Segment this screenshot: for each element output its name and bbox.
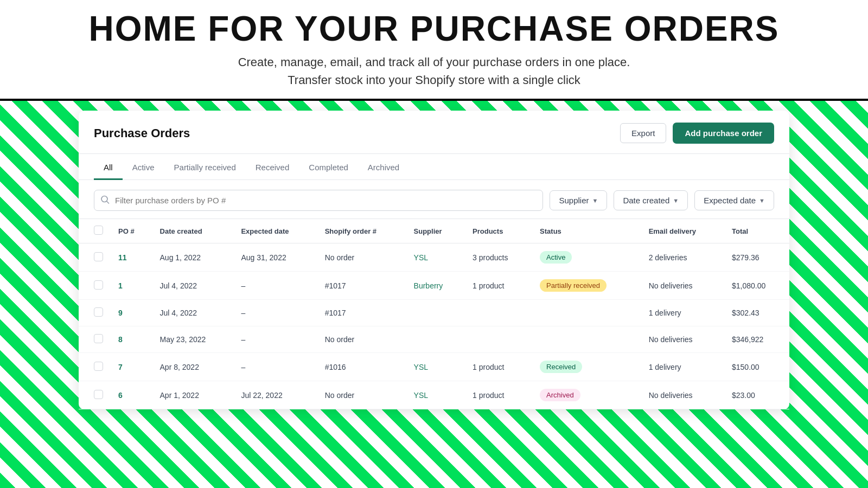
table-row: 9 Jul 4, 2022 – #1017 1 delivery $302.43 xyxy=(79,300,789,326)
row-checkbox[interactable] xyxy=(94,334,103,343)
col-po: PO # xyxy=(111,219,152,243)
col-expected-date: Expected date xyxy=(233,219,317,243)
col-total: Total xyxy=(724,219,789,243)
products-cell: 1 product xyxy=(465,353,532,381)
total-cell: $1,080.00 xyxy=(724,272,789,300)
col-products: Products xyxy=(465,219,532,243)
col-shopify-order: Shopify order # xyxy=(317,219,406,243)
col-status: Status xyxy=(532,219,641,243)
table-row: 8 May 23, 2022 – No order No deliveries … xyxy=(79,326,789,353)
total-cell: $23.00 xyxy=(724,381,789,409)
search-input[interactable] xyxy=(94,190,543,211)
date-created-cell: Jul 4, 2022 xyxy=(152,300,234,326)
email-delivery-cell: No deliveries xyxy=(641,272,724,300)
supplier-link[interactable]: YSL xyxy=(414,391,428,400)
tab-completed[interactable]: Completed xyxy=(299,155,358,180)
date-created-cell: Jul 4, 2022 xyxy=(152,272,234,300)
col-email-delivery: Email delivery xyxy=(641,219,724,243)
supplier-cell xyxy=(406,300,465,326)
add-purchase-order-button[interactable]: Add purchase order xyxy=(673,123,774,144)
po-link[interactable]: 9 xyxy=(118,309,123,317)
products-cell: 3 products xyxy=(465,243,532,272)
table-row: 11 Aug 1, 2022 Aug 31, 2022 No order YSL… xyxy=(79,243,789,272)
po-link[interactable]: 8 xyxy=(118,335,123,344)
shopify-order-cell: No order xyxy=(317,243,406,272)
products-cell xyxy=(465,300,532,326)
expected-date-cell: – xyxy=(233,300,317,326)
hero-title: HOME FOR YOUR PURCHASE ORDERS xyxy=(11,10,857,48)
row-checkbox[interactable] xyxy=(94,307,103,317)
hero-section: HOME FOR YOUR PURCHASE ORDERS Create, ma… xyxy=(0,0,868,101)
email-delivery-cell: No deliveries xyxy=(641,381,724,409)
po-link[interactable]: 1 xyxy=(118,281,123,290)
status-cell xyxy=(532,300,641,326)
shopify-order-cell: No order xyxy=(317,381,406,409)
export-button[interactable]: Export xyxy=(620,123,666,143)
card-header: Purchase Orders Export Add purchase orde… xyxy=(79,111,789,154)
email-delivery-cell: 1 delivery xyxy=(641,353,724,381)
search-icon xyxy=(100,195,110,206)
tab-received[interactable]: Received xyxy=(246,155,299,180)
tab-active[interactable]: Active xyxy=(123,155,164,180)
chevron-down-icon: ▼ xyxy=(592,197,598,204)
header-actions: Export Add purchase order xyxy=(620,123,774,144)
hero-subtitle: Create, manage, email, and track all of … xyxy=(11,53,857,89)
supplier-link[interactable]: YSL xyxy=(414,363,428,371)
status-badge: Partially received xyxy=(540,279,607,292)
card-title: Purchase Orders xyxy=(94,126,190,140)
date-created-cell: May 23, 2022 xyxy=(152,326,234,353)
col-supplier: Supplier xyxy=(406,219,465,243)
table-row: 7 Apr 8, 2022 – #1016 YSL 1 product Rece… xyxy=(79,353,789,381)
shopify-order-cell: #1017 xyxy=(317,300,406,326)
total-cell: $150.00 xyxy=(724,353,789,381)
row-checkbox[interactable] xyxy=(94,390,103,399)
tab-archived[interactable]: Archived xyxy=(358,155,409,180)
email-delivery-cell: No deliveries xyxy=(641,326,724,353)
date-created-cell: Apr 1, 2022 xyxy=(152,381,234,409)
products-cell: 1 product xyxy=(465,381,532,409)
po-link[interactable]: 7 xyxy=(118,363,123,371)
expected-date-cell: – xyxy=(233,326,317,353)
purchase-orders-card: Purchase Orders Export Add purchase orde… xyxy=(79,111,789,409)
date-created-cell: Apr 8, 2022 xyxy=(152,353,234,381)
chevron-down-icon: ▼ xyxy=(673,197,679,204)
expected-date-cell: Aug 31, 2022 xyxy=(233,243,317,272)
row-checkbox[interactable] xyxy=(94,362,103,371)
status-badge: Archived xyxy=(540,389,580,401)
shopify-order-cell: No order xyxy=(317,326,406,353)
search-wrap xyxy=(94,190,543,211)
select-all-checkbox[interactable] xyxy=(94,226,103,235)
table-row: 6 Apr 1, 2022 Jul 22, 2022 No order YSL … xyxy=(79,381,789,409)
table-row: 1 Jul 4, 2022 – #1017 Burberry 1 product… xyxy=(79,272,789,300)
expected-date-cell: – xyxy=(233,272,317,300)
row-checkbox[interactable] xyxy=(94,252,103,261)
svg-line-1 xyxy=(107,201,109,203)
supplier-filter[interactable]: Supplier ▼ xyxy=(550,190,607,210)
total-cell: $346,922 xyxy=(724,326,789,353)
supplier-link[interactable]: Burberry xyxy=(414,281,443,290)
tab-all[interactable]: All xyxy=(94,155,123,180)
expected-date-cell: Jul 22, 2022 xyxy=(233,381,317,409)
tab-partially-received[interactable]: Partially received xyxy=(164,155,246,180)
products-cell xyxy=(465,326,532,353)
orders-table-wrap: PO # Date created Expected date Shopify … xyxy=(79,219,789,409)
supplier-link[interactable]: YSL xyxy=(414,253,428,262)
products-cell: 1 product xyxy=(465,272,532,300)
filters-row: Supplier ▼ Date created ▼ Expected date … xyxy=(79,180,789,219)
po-link[interactable]: 6 xyxy=(118,391,123,400)
status-badge: Active xyxy=(540,251,572,264)
email-delivery-cell: 2 deliveries xyxy=(641,243,724,272)
status-cell xyxy=(532,326,641,353)
po-link[interactable]: 11 xyxy=(118,253,127,262)
row-checkbox[interactable] xyxy=(94,280,103,290)
date-created-filter[interactable]: Date created ▼ xyxy=(614,190,688,210)
total-cell: $279.36 xyxy=(724,243,789,272)
total-cell: $302.43 xyxy=(724,300,789,326)
col-date-created: Date created xyxy=(152,219,234,243)
tabs-bar: All Active Partially received Received C… xyxy=(79,155,789,180)
date-created-cell: Aug 1, 2022 xyxy=(152,243,234,272)
expected-date-filter[interactable]: Expected date ▼ xyxy=(694,190,774,210)
shopify-order-cell: #1016 xyxy=(317,353,406,381)
email-delivery-cell: 1 delivery xyxy=(641,300,724,326)
chevron-down-icon: ▼ xyxy=(759,197,765,204)
